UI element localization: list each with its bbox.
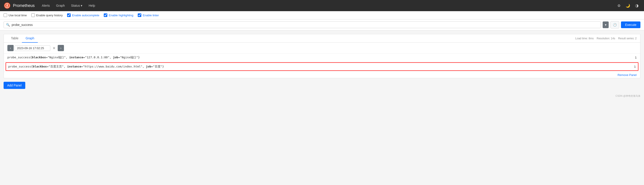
enable-highlighting-label: Enable highlighting <box>109 14 133 17</box>
brand-name: Prometheus <box>13 3 35 8</box>
use-local-time-option[interactable]: Use local time <box>4 13 27 17</box>
nav-links: Alerts Graph Status ▾ Help <box>39 2 98 9</box>
results-panel: Table Graph Load time: 8ms Resolution: 1… <box>4 34 640 78</box>
main-content: Table Graph Load time: 8ms Resolution: 1… <box>0 30 644 92</box>
result-value: 1 <box>634 65 636 68</box>
clock-icon: 🕐 <box>613 23 617 26</box>
help-link[interactable]: Help <box>86 2 98 9</box>
datetime-input[interactable] <box>14 45 50 51</box>
load-time: Load time: 8ms <box>575 37 594 40</box>
enable-highlighting-option[interactable]: Enable highlighting <box>104 13 133 17</box>
tab-graph[interactable]: Graph <box>22 34 38 43</box>
table-row: probe_success{blackbox="Nginx端口", instan… <box>4 54 640 61</box>
footer-text: CSDN @神奇的海马体 <box>616 95 640 97</box>
result-series: Result series: 2 <box>618 37 636 40</box>
brand: Prometheus <box>4 2 35 9</box>
alerts-link[interactable]: Alerts <box>39 2 52 9</box>
results-table: probe_success{blackbox="Nginx端口", instan… <box>4 54 640 71</box>
execute-button[interactable]: Execute <box>621 21 640 28</box>
search-input-wrapper: 🔍 <box>4 21 601 28</box>
contrast-icon: ◑ <box>635 3 639 8</box>
tab-bar: Table Graph Load time: 8ms Resolution: 1… <box>4 34 640 43</box>
enable-linter-checkbox[interactable] <box>138 13 141 17</box>
table-row: probe_success{blackbox="百度主页", instance=… <box>6 62 638 71</box>
options-bar: Use local time Enable query history Enab… <box>0 11 644 19</box>
moon-icon: 🌙 <box>626 3 630 8</box>
next-datetime-button[interactable]: › <box>58 45 64 51</box>
search-bar: 🔍 ▾ 🕐 Execute <box>0 19 644 30</box>
gear-icon: ⚙ <box>618 3 620 8</box>
enable-autocomplete-label: Enable autocomplete <box>72 14 99 17</box>
clear-datetime-button[interactable]: ✕ <box>51 46 57 51</box>
enable-autocomplete-option[interactable]: Enable autocomplete <box>67 13 99 17</box>
use-local-time-label: Use local time <box>8 14 27 17</box>
enable-query-history-option[interactable]: Enable query history <box>31 13 63 17</box>
status-dropdown[interactable]: Status ▾ <box>68 2 85 9</box>
page-footer: CSDN @神奇的海马体 <box>0 92 644 99</box>
search-input[interactable] <box>12 23 598 26</box>
use-local-time-checkbox[interactable] <box>4 13 7 17</box>
navbar-right: ⚙ 🌙 ◑ <box>616 2 640 9</box>
prev-datetime-button[interactable]: ‹ <box>8 45 14 51</box>
add-panel-button[interactable]: Add Panel <box>4 82 25 89</box>
result-metric: probe_success{blackbox="百度主页", instance=… <box>8 65 164 69</box>
resolution: Resolution: 14s <box>596 37 615 40</box>
graph-link[interactable]: Graph <box>54 2 68 9</box>
navbar: Prometheus Alerts Graph Status ▾ Help ⚙ … <box>0 0 644 11</box>
enable-query-history-label: Enable query history <box>36 14 63 17</box>
panel-footer: Remove Panel <box>4 72 640 78</box>
chevron-down-icon: ▾ <box>81 4 82 7</box>
prometheus-logo <box>4 2 11 9</box>
search-icon: 🔍 <box>6 23 10 26</box>
svg-point-1 <box>7 6 8 7</box>
tabs: Table Graph <box>8 34 38 42</box>
enable-linter-option[interactable]: Enable linter <box>138 13 159 17</box>
result-value: 1 <box>635 56 636 59</box>
remove-panel-button[interactable]: Remove Panel <box>618 73 636 77</box>
chevron-down-icon: ▾ <box>605 23 606 26</box>
enable-highlighting-checkbox[interactable] <box>104 13 107 17</box>
enable-linter-label: Enable linter <box>143 14 159 17</box>
enable-query-history-checkbox[interactable] <box>31 13 35 17</box>
enable-autocomplete-checkbox[interactable] <box>67 13 71 17</box>
moon-button[interactable]: 🌙 <box>624 2 632 9</box>
tab-meta: Load time: 8ms Resolution: 14s Result se… <box>575 37 636 40</box>
gear-button[interactable]: ⚙ <box>616 2 622 9</box>
contrast-button[interactable]: ◑ <box>633 2 640 9</box>
history-button[interactable]: 🕐 <box>610 21 619 28</box>
result-metric: probe_success{blackbox="Nginx端口", instan… <box>8 55 140 59</box>
datetime-nav: ‹ ✕ › <box>4 43 640 54</box>
tab-table[interactable]: Table <box>8 34 22 43</box>
query-options-button[interactable]: ▾ <box>603 21 609 28</box>
